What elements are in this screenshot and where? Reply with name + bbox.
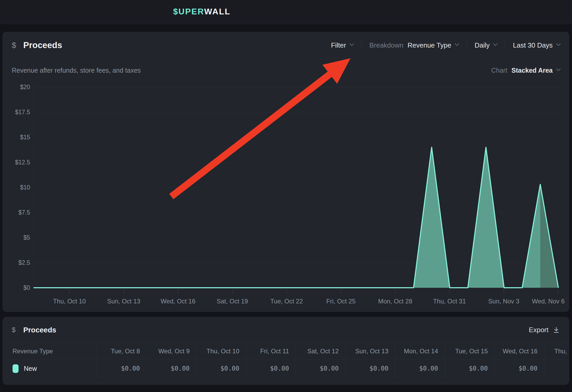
logo-suffix: WALL <box>204 7 231 16</box>
column-header-date: Tue, Oct 15 <box>445 343 495 360</box>
chevron-down-icon <box>556 42 561 46</box>
top-bar: $UPERWALL <box>0 0 572 24</box>
table-cell-value: $0.00 <box>246 360 296 378</box>
x-axis-label: Sat, Oct 19 <box>217 298 248 305</box>
export-label: Export <box>529 326 548 334</box>
x-axis-label: Sun, Oct 13 <box>107 298 140 305</box>
column-header-date: Sun, Oct 13 <box>346 343 395 360</box>
export-button[interactable]: Export <box>529 326 560 334</box>
column-header-date: Mon, Oct 14 <box>395 343 445 360</box>
chart-type-label: Chart <box>491 67 507 74</box>
date-range-dropdown[interactable]: Last 30 Days <box>513 41 560 49</box>
interval-dropdown[interactable]: Daily <box>474 41 497 49</box>
y-axis-label: $7.5 <box>3 209 30 216</box>
chart-subtitle: Revenue after refunds, store fees, and t… <box>12 67 141 74</box>
table-cell-value: $0.00 <box>296 360 346 378</box>
x-axis-label: Wed, Nov 6 <box>532 298 565 305</box>
column-header-date: Fri, Oct 11 <box>246 343 296 360</box>
table-cell-value: $0.00 <box>97 360 147 378</box>
date-range-value: Last 30 Days <box>513 41 553 49</box>
x-axis-tick <box>69 289 70 293</box>
table-cell-value: $0.00 <box>196 360 246 378</box>
chart-type-dropdown[interactable]: Chart Stacked Area <box>491 67 560 74</box>
y-axis-label: $0 <box>3 284 30 291</box>
superwall-dashboard: $UPERWALL $ Proceeds Filter Breakdown Re… <box>0 0 572 392</box>
chevron-down-icon <box>493 42 498 46</box>
y-axis-label: $17.5 <box>3 109 30 116</box>
y-axis-label: $2.5 <box>3 259 30 266</box>
y-axis: $20$17.5$15$12.5$10$7.5$5$2.5$0 <box>3 87 30 288</box>
y-axis-label: $5 <box>3 234 30 241</box>
download-icon <box>553 326 560 334</box>
x-axis-tick <box>286 289 287 293</box>
proceeds-table-panel: $ Proceeds Export Revenue TypeTue, Oct 8… <box>3 317 569 385</box>
x-axis-tick <box>232 289 233 293</box>
x-axis-label: Thu, Oct 31 <box>433 298 466 305</box>
breakdown-label: Breakdown <box>369 41 403 49</box>
column-header-date: Thu, Oct 17 <box>544 343 569 360</box>
dollar-icon: $ <box>12 41 18 50</box>
proceeds-chart-panel: $ Proceeds Filter Breakdown Revenue Type… <box>3 32 569 312</box>
table-cell-value: $0.00 <box>346 360 395 378</box>
chart-plot-area[interactable] <box>33 87 560 288</box>
x-axis-label: Sun, Nov 3 <box>488 298 519 305</box>
x-axis-tick <box>178 289 178 293</box>
chart-controls: Filter Breakdown Revenue Type Daily Last… <box>331 41 560 50</box>
logo-prefix: $UPER <box>173 7 204 16</box>
stacked-area-series-new <box>33 87 560 288</box>
column-header-date: Tue, Oct 8 <box>97 343 147 360</box>
panel-title: Proceeds <box>23 326 56 334</box>
chevron-down-icon <box>350 42 354 46</box>
table-cell-value: $0.00 <box>495 360 544 378</box>
divider <box>466 41 467 50</box>
column-header-date: Sat, Oct 12 <box>296 343 346 360</box>
x-axis-tick <box>449 289 450 293</box>
divider <box>361 41 361 50</box>
x-axis-label: Thu, Oct 10 <box>53 298 86 305</box>
panel-title: Proceeds <box>23 40 62 50</box>
x-axis-tick <box>124 289 124 293</box>
x-axis: Thu, Oct 10Sun, Oct 13Wed, Oct 16Sat, Oc… <box>33 288 560 311</box>
table-cell-value: $0.00 <box>147 360 196 378</box>
filter-label: Filter <box>331 41 346 49</box>
y-axis-label: $10 <box>3 184 30 191</box>
chevron-down-icon <box>455 42 459 46</box>
table-cell-value: $0.00 <box>395 360 445 378</box>
series-swatch-new <box>13 364 19 373</box>
y-axis-label: $12.5 <box>3 159 30 166</box>
superwall-logo[interactable]: $UPERWALL <box>173 7 230 16</box>
interval-value: Daily <box>474 41 490 49</box>
table-panel-header: $ Proceeds Export <box>3 317 569 343</box>
x-axis-tick <box>395 289 395 293</box>
column-header-date: Wed, Oct 16 <box>495 343 544 360</box>
x-axis-tick <box>504 289 504 293</box>
dollar-icon: $ <box>12 326 18 334</box>
x-axis-label: Mon, Oct 28 <box>378 298 412 305</box>
chart-type-value: Stacked Area <box>512 67 553 74</box>
revenue-table: Revenue TypeTue, Oct 8Wed, Oct 9Thu, Oct… <box>3 343 569 378</box>
x-axis-label: Tue, Oct 22 <box>270 298 303 305</box>
column-header-date: Thu, Oct 10 <box>196 343 246 360</box>
x-axis-label: Fri, Oct 25 <box>326 298 355 305</box>
y-axis-label: $20 <box>3 84 30 90</box>
x-axis-label: Wed, Oct 16 <box>161 298 195 305</box>
filter-dropdown[interactable]: Filter <box>331 41 353 49</box>
breakdown-dropdown[interactable]: Breakdown Revenue Type <box>369 41 458 49</box>
breakdown-value: Revenue Type <box>407 41 451 49</box>
table-row-new: New <box>3 360 97 378</box>
chart-panel-header: $ Proceeds Filter Breakdown Revenue Type… <box>3 32 569 59</box>
series-name: New <box>24 365 37 372</box>
table-cell-value: $0.00 <box>544 360 569 378</box>
column-header-revenue-type: Revenue Type <box>3 343 97 360</box>
x-axis-tick <box>558 289 558 293</box>
column-header-date: Wed, Oct 9 <box>147 343 196 360</box>
chevron-down-icon <box>556 67 561 71</box>
chart-subheader: Revenue after refunds, store fees, and t… <box>3 59 569 82</box>
y-axis-label: $15 <box>3 134 30 141</box>
x-axis-tick <box>341 289 341 293</box>
table-cell-value: $0.00 <box>445 360 495 378</box>
divider <box>505 41 505 50</box>
